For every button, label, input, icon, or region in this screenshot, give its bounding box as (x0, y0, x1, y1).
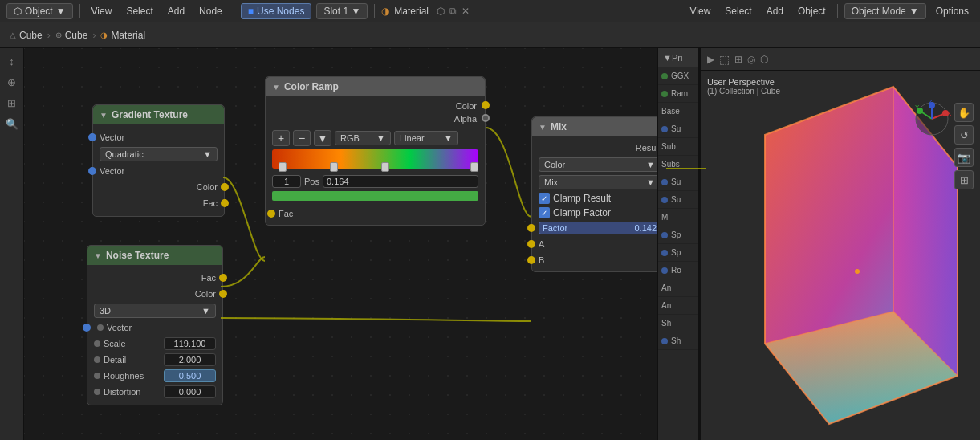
subs-label: Subs (661, 160, 680, 169)
sidebar-tool-1[interactable]: ↕ (2, 51, 22, 71)
distortion-value[interactable]: 0.000 (164, 385, 216, 398)
ram-label: Ram (671, 89, 688, 98)
viewport-icon-4[interactable]: ◎ (747, 54, 755, 65)
fac-socket[interactable] (267, 210, 275, 218)
breadcrumb: △ Cube › ⊕ Cube › ◑ Material (0, 22, 980, 48)
pos-input[interactable]: 0.164 (323, 175, 478, 188)
a-socket[interactable] (527, 240, 535, 248)
ramp-gradient[interactable] (272, 149, 478, 169)
ramp-menu-button[interactable]: ▼ (314, 130, 331, 146)
object-mode-button[interactable]: Object Mode ▼ (844, 3, 926, 19)
editor-type-button[interactable]: ⬡ Object ▼ (6, 3, 73, 19)
sidebar-tool-4[interactable]: 🔍 (2, 114, 22, 133)
vector-socket[interactable] (88, 133, 96, 141)
color-dropdown[interactable]: Color ▼ (539, 157, 661, 172)
factor-input[interactable]: Factor 0.142 (539, 222, 661, 234)
mix-mode-dropdown[interactable]: Mix ▼ (539, 175, 661, 189)
camera-tool-button[interactable]: 📷 (954, 148, 974, 167)
options-button[interactable]: Options (931, 4, 974, 18)
gradient-texture-header[interactable]: ▼ Gradient Texture (93, 105, 224, 124)
3d-dropdown[interactable]: 3D ▼ (94, 304, 216, 318)
fac-input-row: Fac (272, 206, 478, 222)
roughness-dot (94, 373, 100, 379)
vector-socket2[interactable] (88, 167, 96, 175)
viewport-icon-5[interactable]: ⬡ (760, 54, 768, 65)
linear-dropdown[interactable]: Linear ▼ (394, 131, 458, 145)
ramp-stop-1[interactable] (330, 162, 338, 172)
viewport-icon-2[interactable]: ⬚ (719, 53, 730, 66)
copy-icon: ⧉ (449, 6, 457, 17)
divider (79, 4, 80, 18)
menu-object[interactable]: Object (793, 4, 831, 18)
green-color-bar[interactable] (272, 191, 478, 201)
ramp-alpha-socket[interactable] (482, 114, 490, 122)
props-row-su1: Su (658, 120, 698, 138)
menu-node[interactable]: Node (194, 4, 227, 18)
hand-tool-button[interactable]: ✋ (954, 103, 974, 122)
viewport-icon-3[interactable]: ⊞ (734, 54, 742, 65)
ramp-alpha-output: Alpha (272, 112, 485, 125)
color-ramp-header[interactable]: ▼ Color Ramp (266, 77, 485, 96)
ramp-add-button[interactable]: + (272, 130, 290, 146)
svg-point-7 (855, 269, 860, 274)
menu-view2[interactable]: View (685, 4, 716, 18)
ramp-stop-3[interactable] (470, 162, 478, 172)
ramp-color-socket[interactable] (482, 101, 490, 109)
factor-socket[interactable] (527, 224, 535, 232)
color-ramp-body: Color Alpha + − ▼ RGB ▼ (266, 96, 485, 225)
menu-select[interactable]: Select (121, 4, 157, 18)
slot-button[interactable]: Slot 1 ▼ (316, 3, 368, 19)
fac-output-socket[interactable] (221, 199, 229, 207)
material-label: Material (394, 6, 429, 17)
noise-fac-socket[interactable] (219, 274, 227, 282)
grid-tool-button[interactable]: ⊞ (954, 170, 974, 189)
breadcrumb-item-cube1[interactable]: △ Cube (10, 30, 43, 41)
menu-add2[interactable]: Add (762, 4, 788, 18)
clamp-result-checkbox[interactable]: ✓ (539, 193, 550, 204)
3d-dropdown-row: 3D ▼ (87, 302, 222, 320)
menu-view[interactable]: View (87, 4, 117, 18)
menu-select2[interactable]: Select (720, 4, 756, 18)
sidebar-tool-2[interactable]: ⊕ (2, 72, 22, 92)
noise-color-socket[interactable] (219, 290, 227, 298)
noise-texture-node: ▼ Noise Texture Fac Color 3D (87, 245, 223, 405)
detail-value[interactable]: 2.000 (164, 353, 216, 366)
ramp-stop-0[interactable] (279, 162, 287, 172)
result-label: Result (539, 143, 661, 153)
sidebar-tool-3[interactable]: ⊞ (2, 93, 22, 112)
stop-index-input[interactable]: 1 (272, 175, 301, 188)
noise-vector-socket[interactable] (83, 324, 91, 332)
shield-icon: ⬡ (437, 6, 445, 17)
props-row-m: M (658, 209, 698, 226)
clamp-factor-checkbox[interactable]: ✓ (539, 207, 550, 218)
scale-label: Scale (104, 339, 161, 348)
breadcrumb-item-material[interactable]: ◑ Material (100, 30, 145, 41)
ro-dot (661, 267, 668, 274)
ramp-remove-button[interactable]: − (293, 130, 311, 146)
detail-label: Detail (104, 355, 161, 365)
rotate-tool-button[interactable]: ↺ (954, 125, 974, 145)
3d-viewport[interactable]: ▶ ⬚ ⊞ ◎ ⬡ (699, 48, 980, 440)
ramp-stop-2[interactable] (381, 162, 389, 172)
quadratic-dropdown[interactable]: Quadratic ▼ (100, 147, 218, 161)
b-socket[interactable] (527, 256, 535, 264)
noise-texture-header[interactable]: ▼ Noise Texture (87, 246, 222, 265)
factor-value: 0.142 (634, 223, 657, 233)
rgb-dropdown[interactable]: RGB ▼ (335, 131, 391, 145)
viewport-collection-label: (1) Collection | Cube (707, 87, 780, 96)
sp1-dot (661, 232, 668, 238)
scale-row: Scale 119.100 (87, 336, 222, 352)
roughness-value[interactable]: 0.500 (164, 369, 216, 382)
breadcrumb-separator: › (47, 30, 51, 41)
left-sidebar: ↕ ⊕ ⊞ 🔍 (0, 48, 24, 440)
use-nodes-button[interactable]: ■ Use Nodes (241, 3, 312, 19)
breadcrumb-item-cube2[interactable]: ⊕ Cube (55, 30, 88, 41)
roughness-row: Roughnes 0.500 (87, 368, 222, 384)
color-output-socket[interactable] (221, 183, 229, 191)
viewport-icon-1[interactable]: ▶ (707, 54, 714, 65)
su3-dot (661, 197, 668, 203)
noise-color-label: Color (94, 289, 216, 299)
menu-add[interactable]: Add (163, 4, 189, 18)
scale-value[interactable]: 119.100 (164, 337, 216, 350)
mix-header[interactable]: ▼ Mix (532, 117, 667, 136)
